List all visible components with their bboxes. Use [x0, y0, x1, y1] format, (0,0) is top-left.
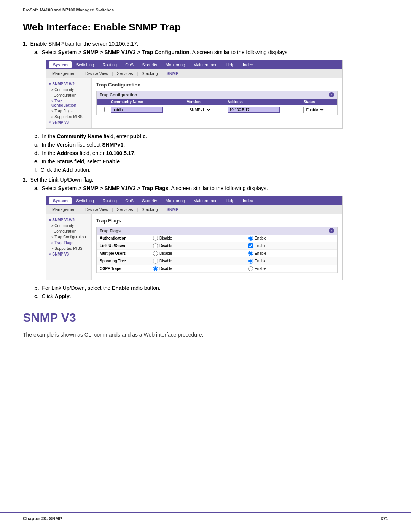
ui2-flag-multiusers-enable[interactable] — [248, 251, 253, 256]
step-1a: a. Select System > SNMP > SNMP V1/V2 > T… — [34, 49, 388, 129]
ui1-help-icon[interactable]: ? — [329, 92, 334, 97]
ui2-sidebar-community[interactable]: » Community — [46, 223, 91, 228]
ui2-flag-linkup-disable-label[interactable]: Disable — [153, 243, 242, 248]
ui1-sidebar-snmpv3[interactable]: » SNMP V3 — [46, 120, 91, 125]
ui1-subnav-deviceview[interactable]: Device View — [82, 70, 111, 77]
ui2-nav-system[interactable]: System — [49, 197, 72, 204]
ui2-sidebar-trap-config[interactable]: » Trap Configuration — [46, 234, 91, 240]
ui1-sidebar-configuration[interactable]: Configuration — [46, 93, 91, 98]
ui1-subnav-stacking[interactable]: Stacking — [139, 70, 161, 77]
ui2-flag-ospf-enable[interactable] — [248, 266, 253, 271]
ui2-flag-row-linkup: Link Up/Down Disable — [97, 242, 337, 250]
ui1-nav-monitoring[interactable]: Monitoring — [162, 61, 189, 68]
ui2-sidebar-trap-flags[interactable]: » Trap Flags — [46, 240, 91, 246]
step-1d-text: In the Address field, enter 10.100.5.17. — [42, 150, 135, 156]
ui2-subnav-services[interactable]: Services — [114, 206, 136, 212]
ui2-flag-auth-enable[interactable] — [248, 236, 253, 241]
ui1-nav-maintenance[interactable]: Maintenance — [190, 61, 221, 68]
ui2-flag-auth-enable-label[interactable]: Enable — [248, 236, 334, 241]
ui2-nav-maintenance[interactable]: Maintenance — [190, 197, 221, 204]
ui2-sidebar-snmpv3[interactable]: » SNMP V3 — [46, 251, 91, 257]
ui2-config-box-title: Trap Flags — [100, 228, 121, 233]
step-1e: e. In the Status field, select Enable. — [34, 158, 388, 165]
ui1-nav-help[interactable]: Help — [222, 61, 238, 68]
ui2-subnav-snmp[interactable]: SNMP — [163, 206, 182, 212]
ui1-row-checkbox[interactable] — [97, 105, 108, 115]
ui1-table-row: SNMPv1 — [97, 105, 337, 115]
ui2-flag-multiusers-label: Multiple Users — [97, 250, 150, 257]
ui1-subnav-management[interactable]: Management — [49, 70, 80, 77]
ui1-status-select[interactable]: Enable — [303, 107, 325, 113]
ui2-sidebar-supported-mibs[interactable]: » Supported MIBS — [46, 246, 91, 251]
ui1-sidebar-community[interactable]: » Community — [46, 87, 91, 93]
ui2-sidebar: » SNMP V1/V2 » Community Configuration »… — [46, 214, 92, 280]
ui2-flag-ospf-disable-label[interactable]: Disable — [153, 266, 242, 271]
step-1a-label: a. — [34, 49, 39, 55]
ui2-subnav-deviceview[interactable]: Device View — [82, 206, 111, 212]
step-1f: f. Click the Add button. — [34, 167, 388, 173]
ui1-nav-system[interactable]: System — [49, 61, 72, 68]
ui1-address-input[interactable] — [228, 107, 280, 113]
ui2-flag-linkup-enable[interactable] — [248, 243, 253, 248]
ui2-nav-help[interactable]: Help — [222, 197, 238, 204]
ui1-subnav-snmp[interactable]: SNMP — [163, 70, 182, 77]
ui2-nav-routing[interactable]: Routing — [99, 197, 121, 204]
ui2-flag-multiusers-enable-label[interactable]: Enable — [248, 251, 334, 256]
step-1b-text: In the Community Name field, enter publi… — [42, 133, 147, 139]
ui1-sidebar-snmpv12[interactable]: » SNMP V1/V2 — [46, 81, 91, 87]
ui2-flag-linkup-enable-label[interactable]: Enable — [248, 243, 334, 248]
ui1-nav-index[interactable]: Index — [239, 61, 257, 68]
ui1-community-input[interactable] — [111, 107, 163, 113]
ui1-config-table: Community Name Version Address Status — [97, 99, 337, 115]
ui2-flag-spanning-disable[interactable] — [153, 259, 158, 264]
ui1-nav-security[interactable]: Security — [138, 61, 161, 68]
ui2-nav-security[interactable]: Security — [138, 197, 161, 204]
ui1-col-status: Status — [300, 99, 337, 105]
ui1-version-select[interactable]: SNMPv1 — [187, 107, 212, 113]
ui2-nav-index[interactable]: Index — [239, 197, 257, 204]
page-container: ProSafe M4100 and M7100 Managed Switches… — [0, 0, 411, 532]
ui2-nav-switching[interactable]: Switching — [72, 197, 98, 204]
ui1-row-status: Enable — [300, 105, 337, 115]
step-2-text: Set the Link Up/Down flag. — [30, 177, 94, 183]
step-1-text: Enable SNMP trap for the server 10.100.5… — [30, 41, 139, 47]
ui2-flag-multiusers-disable-label[interactable]: Disable — [153, 251, 242, 256]
ui2-sidebar-snmpv12[interactable]: » SNMP V1/V2 — [46, 217, 91, 223]
ui2-help-icon[interactable]: ? — [329, 228, 334, 233]
ui2-subnav-management[interactable]: Management — [49, 206, 80, 212]
ui1-checkbox[interactable] — [100, 107, 105, 112]
ui2-flag-auth-disable-label[interactable]: Disable — [153, 236, 242, 241]
ui2-flag-spanning-disable-label[interactable]: Disable — [153, 259, 242, 264]
ui2-flag-spanning-enable-label[interactable]: Enable — [248, 259, 334, 264]
ui2-flag-auth-enable-cell: Enable — [245, 235, 337, 242]
ui2-flag-ospf-enable-label[interactable]: Enable — [248, 266, 334, 271]
ui1-content: » SNMP V1/V2 » Community Configuration »… — [46, 78, 342, 128]
ui1-nav-qos[interactable]: QoS — [121, 61, 137, 68]
ui1-nav-routing[interactable]: Routing — [99, 61, 121, 68]
ui2-main: Trap Flags Trap Flags ? — [92, 214, 342, 280]
ui1-row-address — [225, 105, 301, 115]
ui2-flag-ospf-disable-cell: Disable — [150, 265, 245, 273]
ui2-flag-spanning-label: Spanning Tree — [97, 257, 150, 265]
ui2-flag-spanning-enable[interactable] — [248, 259, 253, 264]
ui2-subnav-stacking[interactable]: Stacking — [139, 206, 161, 212]
ui1-col-community-name: Community Name — [108, 99, 184, 105]
ui2-nav-monitoring[interactable]: Monitoring — [162, 197, 189, 204]
ui1-nav-switching[interactable]: Switching — [72, 61, 98, 68]
ui2-flag-multiusers-disable[interactable] — [153, 251, 158, 256]
ui2-sidebar-configuration[interactable]: Configuration — [46, 228, 91, 234]
ui1-sidebar-trap-flags[interactable]: » Trap Flags — [46, 108, 91, 114]
ui2-flag-ospf-disable[interactable] — [153, 266, 158, 271]
ui1-sidebar-supported-mibs[interactable]: » Supported MIBS — [46, 114, 91, 120]
ui2-flag-row-multiusers: Multiple Users Disable — [97, 250, 337, 257]
step-2-number: 2. — [23, 177, 27, 183]
ui2-nav-qos[interactable]: QoS — [121, 197, 137, 204]
ui2-flag-linkup-enable-cell: Enable — [245, 242, 337, 250]
ui1-subnav-services[interactable]: Services — [114, 70, 136, 77]
step-1d: d. In the Address field, enter 10.100.5.… — [34, 150, 388, 156]
ui1-sidebar-trap-config[interactable]: » Trap Configuration — [46, 98, 91, 108]
ui2-flag-linkup-disable[interactable] — [153, 243, 158, 248]
step-2c: c. Click Apply. — [34, 293, 388, 299]
ui1-main-heading: Trap Configuration — [96, 82, 338, 88]
ui2-flag-auth-disable[interactable] — [153, 236, 158, 241]
